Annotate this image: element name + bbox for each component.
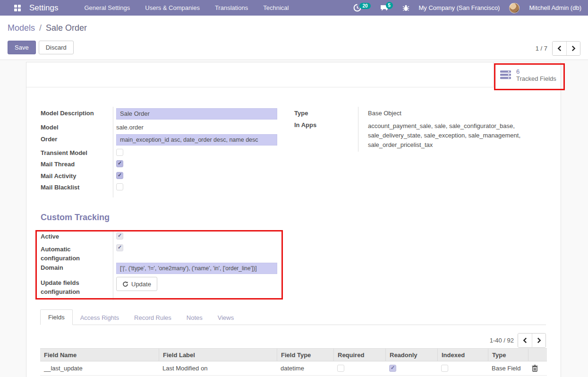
model-label: Model — [41, 124, 111, 131]
cell-delete[interactable] — [528, 361, 547, 375]
refresh-icon — [122, 281, 128, 287]
fields-table: Field Name Field Label Field Type Requir… — [40, 348, 547, 376]
fields-table-header: Field Name Field Label Field Type Requir… — [40, 348, 547, 361]
tracked-fields-icon — [500, 70, 511, 79]
mail-blacklist-checkbox[interactable] — [116, 183, 123, 190]
fields-list-pager-counter: 1-40 / 92 — [490, 337, 514, 344]
menu-users-companies[interactable]: Users & Companies — [145, 4, 200, 11]
cell-readonly-checkbox[interactable] — [389, 365, 396, 372]
custom-tracking-title: Custom Tracking — [41, 213, 110, 223]
left-group-separator — [113, 107, 113, 197]
fields-list-pager-buttons — [518, 333, 546, 348]
cell-required-checkbox[interactable] — [337, 365, 344, 372]
transient-model-checkbox[interactable] — [116, 149, 123, 156]
save-button[interactable]: Save — [8, 41, 36, 54]
button-box: 6 Tracked Fields — [26, 62, 561, 87]
type-label: Type — [294, 110, 365, 117]
model-value: sale.order — [116, 124, 144, 131]
discard-button[interactable]: Discard — [39, 41, 74, 54]
menu-translations[interactable]: Translations — [215, 4, 248, 11]
chevron-left-icon — [523, 337, 527, 343]
previous-record-button[interactable] — [553, 42, 566, 55]
tracking-group-separator — [113, 231, 113, 300]
update-button-label: Update — [131, 281, 151, 288]
record-pager-counter: 1 / 7 — [536, 45, 547, 52]
header-type[interactable]: Type — [488, 349, 528, 361]
tab-views[interactable]: Views — [210, 310, 241, 325]
menu-technical[interactable]: Technical — [263, 4, 289, 11]
header-field-type[interactable]: Field Type — [277, 349, 333, 361]
header-actions — [528, 349, 547, 361]
navbar-right: 20 5 My Company (San Francisco) Mitchell… — [353, 3, 588, 13]
domain-label: Domain — [41, 264, 111, 271]
next-record-button[interactable] — [566, 42, 580, 55]
main-menu: General Settings Users & Companies Trans… — [84, 4, 289, 11]
cell-field-label[interactable]: Last Modified on — [159, 361, 277, 375]
bug-icon — [402, 4, 409, 12]
chevron-left-icon — [557, 45, 562, 51]
messages-badge: 5 — [386, 2, 393, 9]
tab-fields[interactable]: Fields — [40, 309, 73, 325]
breadcrumb-models-link[interactable]: Models — [8, 23, 35, 33]
header-field-name[interactable]: Field Name — [40, 349, 159, 361]
order-input[interactable]: main_exception_id asc, date_order desc, … — [116, 134, 277, 146]
cell-field-name[interactable]: __last_update — [40, 361, 159, 375]
order-label: Order — [41, 136, 111, 143]
activities-badge: 20 — [359, 3, 370, 9]
cell-type[interactable]: Base Field — [488, 361, 528, 375]
form-sheet: 6 Tracked Fields Model Description Sale … — [26, 62, 561, 377]
cell-field-type[interactable]: datetime — [277, 361, 333, 375]
update-fields-configuration-label: Update fields configuration — [41, 278, 111, 296]
header-required[interactable]: Required — [333, 349, 385, 361]
breadcrumb: Models / Sale Order — [8, 23, 87, 33]
mail-activity-label: Mail Activity — [41, 172, 111, 180]
automatic-configuration-checkbox[interactable] — [116, 244, 123, 251]
trash-icon — [532, 365, 538, 372]
active-checkbox[interactable] — [116, 232, 123, 240]
model-description-label: Model Description — [41, 110, 111, 117]
menu-general-settings[interactable]: General Settings — [84, 4, 130, 11]
automatic-configuration-label: Automatic configuration — [41, 245, 111, 263]
mail-thread-label: Mail Thread — [41, 161, 111, 168]
model-description-input[interactable]: Sale Order — [116, 108, 277, 120]
transient-model-label: Transient Model — [41, 149, 111, 156]
header-readonly[interactable]: Readonly — [385, 349, 437, 361]
tracked-fields-label: Tracked Fields — [516, 75, 556, 82]
header-field-label[interactable]: Field Label — [159, 349, 277, 361]
form-buttons: Save Discard — [8, 41, 74, 54]
table-row[interactable]: __last_update Last Modified on datetime … — [40, 361, 547, 376]
fields-list-pager: 1-40 / 92 — [490, 333, 546, 348]
cell-indexed-checkbox[interactable] — [441, 365, 448, 372]
fields-list-next-button[interactable] — [532, 334, 545, 347]
user-avatar[interactable] — [509, 3, 520, 13]
breadcrumb-separator: / — [37, 23, 43, 33]
header-indexed[interactable]: Indexed — [437, 349, 488, 361]
messages-button[interactable]: 5 — [380, 4, 393, 11]
tab-access-rights[interactable]: Access Rights — [73, 310, 127, 325]
tracked-fields-button[interactable]: 6 Tracked Fields — [493, 62, 561, 87]
update-button[interactable]: Update — [116, 277, 157, 291]
app-title[interactable]: Settings — [29, 3, 58, 13]
tab-notes[interactable]: Notes — [179, 310, 210, 325]
mail-activity-checkbox[interactable] — [116, 172, 123, 179]
in-apps-label: In Apps — [294, 121, 365, 129]
tracked-fields-count: 6 — [516, 68, 556, 75]
mail-thread-checkbox[interactable] — [116, 160, 123, 167]
top-navbar: Settings General Settings Users & Compan… — [0, 0, 588, 16]
breadcrumb-current: Sale Order — [46, 23, 87, 33]
mail-blacklist-label: Mail Blacklist — [41, 184, 111, 191]
chevron-right-icon — [571, 45, 576, 51]
activities-button[interactable]: 20 — [353, 4, 370, 12]
apps-menu-icon[interactable] — [14, 5, 21, 11]
record-pager: 1 / 7 — [536, 41, 580, 56]
user-menu[interactable]: Mitchell Admin (db) — [529, 4, 581, 11]
fields-list-previous-button[interactable] — [518, 334, 532, 347]
debug-button[interactable] — [402, 4, 409, 12]
company-switcher[interactable]: My Company (San Francisco) — [419, 4, 500, 11]
type-value: Base Object — [368, 110, 401, 117]
in-apps-value: account_payment_sale, sale, sale_configu… — [368, 121, 548, 150]
grid-icon — [14, 5, 21, 11]
active-label: Active — [41, 233, 111, 240]
tab-record-rules[interactable]: Record Rules — [127, 310, 179, 325]
domain-input[interactable]: ['|', ('ttype', '!=', 'one2many'), ('nam… — [116, 263, 277, 274]
